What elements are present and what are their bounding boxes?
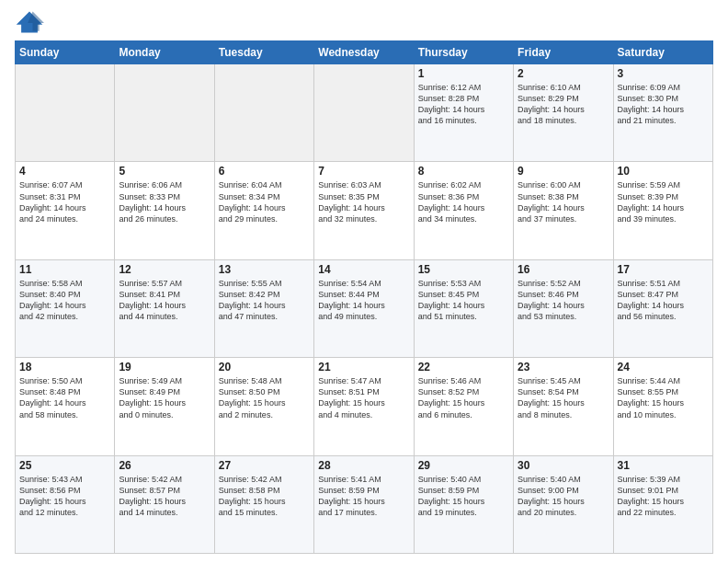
day-cell: 13Sunrise: 5:55 AM Sunset: 8:42 PM Dayli… bbox=[214, 259, 313, 357]
day-content: Sunrise: 5:48 AM Sunset: 8:50 PM Dayligh… bbox=[219, 375, 310, 420]
day-number: 15 bbox=[418, 263, 509, 276]
day-cell: 1Sunrise: 6:12 AM Sunset: 8:28 PM Daylig… bbox=[414, 64, 513, 162]
day-content: Sunrise: 6:00 AM Sunset: 8:38 PM Dayligh… bbox=[518, 179, 609, 224]
day-cell: 11Sunrise: 5:58 AM Sunset: 8:40 PM Dayli… bbox=[16, 259, 115, 357]
day-number: 26 bbox=[119, 459, 210, 472]
day-content: Sunrise: 5:51 AM Sunset: 8:47 PM Dayligh… bbox=[618, 278, 709, 323]
day-cell: 21Sunrise: 5:47 AM Sunset: 8:51 PM Dayli… bbox=[314, 358, 414, 455]
header-monday: Monday bbox=[115, 41, 214, 64]
day-cell: 17Sunrise: 5:51 AM Sunset: 8:47 PM Dayli… bbox=[613, 259, 712, 357]
calendar-body: 1Sunrise: 6:12 AM Sunset: 8:28 PM Daylig… bbox=[16, 64, 713, 554]
day-cell bbox=[314, 64, 414, 162]
day-number: 18 bbox=[19, 361, 110, 373]
day-number: 6 bbox=[219, 165, 310, 178]
header bbox=[15, 9, 713, 35]
day-cell: 23Sunrise: 5:45 AM Sunset: 8:54 PM Dayli… bbox=[514, 358, 613, 455]
day-number: 10 bbox=[618, 165, 709, 178]
day-cell bbox=[16, 64, 115, 162]
day-content: Sunrise: 5:52 AM Sunset: 8:46 PM Dayligh… bbox=[518, 278, 609, 323]
day-content: Sunrise: 6:03 AM Sunset: 8:35 PM Dayligh… bbox=[318, 179, 409, 224]
day-cell: 2Sunrise: 6:10 AM Sunset: 8:29 PM Daylig… bbox=[514, 64, 613, 162]
day-number: 20 bbox=[219, 361, 310, 373]
day-number: 21 bbox=[318, 361, 409, 373]
week-row-2: 11Sunrise: 5:58 AM Sunset: 8:40 PM Dayli… bbox=[16, 259, 713, 357]
day-cell: 18Sunrise: 5:50 AM Sunset: 8:48 PM Dayli… bbox=[16, 358, 115, 455]
day-cell: 30Sunrise: 5:40 AM Sunset: 9:00 PM Dayli… bbox=[514, 455, 613, 553]
day-content: Sunrise: 5:43 AM Sunset: 8:56 PM Dayligh… bbox=[19, 474, 110, 519]
day-content: Sunrise: 6:06 AM Sunset: 8:33 PM Dayligh… bbox=[119, 179, 210, 224]
day-number: 8 bbox=[418, 165, 509, 178]
day-content: Sunrise: 5:59 AM Sunset: 8:39 PM Dayligh… bbox=[618, 179, 709, 224]
day-number: 1 bbox=[418, 67, 509, 80]
day-cell: 26Sunrise: 5:42 AM Sunset: 8:57 PM Dayli… bbox=[115, 455, 214, 553]
day-cell: 8Sunrise: 6:02 AM Sunset: 8:36 PM Daylig… bbox=[414, 162, 513, 259]
day-number: 24 bbox=[618, 361, 709, 373]
day-number: 4 bbox=[19, 165, 110, 178]
day-number: 5 bbox=[119, 165, 210, 178]
day-cell: 3Sunrise: 6:09 AM Sunset: 8:30 PM Daylig… bbox=[613, 64, 712, 162]
calendar-table: Sunday Monday Tuesday Wednesday Thursday… bbox=[15, 40, 713, 554]
day-number: 13 bbox=[219, 263, 310, 276]
header-tuesday: Tuesday bbox=[214, 41, 313, 64]
day-number: 9 bbox=[518, 165, 609, 178]
day-cell: 10Sunrise: 5:59 AM Sunset: 8:39 PM Dayli… bbox=[613, 162, 712, 259]
day-cell: 25Sunrise: 5:43 AM Sunset: 8:56 PM Dayli… bbox=[16, 455, 115, 553]
week-row-0: 1Sunrise: 6:12 AM Sunset: 8:28 PM Daylig… bbox=[16, 64, 713, 162]
day-number: 28 bbox=[318, 459, 409, 472]
day-number: 23 bbox=[518, 361, 609, 373]
day-cell bbox=[115, 64, 214, 162]
day-content: Sunrise: 5:46 AM Sunset: 8:52 PM Dayligh… bbox=[418, 375, 509, 420]
day-content: Sunrise: 5:47 AM Sunset: 8:51 PM Dayligh… bbox=[318, 375, 409, 420]
day-cell: 22Sunrise: 5:46 AM Sunset: 8:52 PM Dayli… bbox=[414, 358, 513, 455]
day-cell: 20Sunrise: 5:48 AM Sunset: 8:50 PM Dayli… bbox=[214, 358, 313, 455]
day-content: Sunrise: 5:49 AM Sunset: 8:49 PM Dayligh… bbox=[119, 375, 210, 420]
day-content: Sunrise: 5:40 AM Sunset: 9:00 PM Dayligh… bbox=[518, 474, 609, 519]
day-cell: 4Sunrise: 6:07 AM Sunset: 8:31 PM Daylig… bbox=[16, 162, 115, 259]
day-number: 14 bbox=[318, 263, 409, 276]
day-content: Sunrise: 6:09 AM Sunset: 8:30 PM Dayligh… bbox=[618, 82, 709, 127]
day-content: Sunrise: 5:42 AM Sunset: 8:57 PM Dayligh… bbox=[119, 474, 210, 519]
day-cell: 7Sunrise: 6:03 AM Sunset: 8:35 PM Daylig… bbox=[314, 162, 414, 259]
day-content: Sunrise: 6:10 AM Sunset: 8:29 PM Dayligh… bbox=[518, 82, 609, 127]
header-wednesday: Wednesday bbox=[314, 41, 414, 64]
day-cell bbox=[214, 64, 313, 162]
day-content: Sunrise: 6:07 AM Sunset: 8:31 PM Dayligh… bbox=[19, 179, 110, 224]
header-row: Sunday Monday Tuesday Wednesday Thursday… bbox=[16, 41, 713, 64]
day-content: Sunrise: 5:45 AM Sunset: 8:54 PM Dayligh… bbox=[518, 375, 609, 420]
day-content: Sunrise: 6:12 AM Sunset: 8:28 PM Dayligh… bbox=[418, 82, 509, 127]
day-number: 25 bbox=[19, 459, 110, 472]
logo bbox=[15, 9, 48, 35]
day-number: 29 bbox=[418, 459, 509, 472]
day-cell: 12Sunrise: 5:57 AM Sunset: 8:41 PM Dayli… bbox=[115, 259, 214, 357]
day-number: 3 bbox=[618, 67, 709, 80]
day-content: Sunrise: 5:54 AM Sunset: 8:44 PM Dayligh… bbox=[318, 278, 409, 323]
day-cell: 31Sunrise: 5:39 AM Sunset: 9:01 PM Dayli… bbox=[613, 455, 712, 553]
day-cell: 29Sunrise: 5:40 AM Sunset: 8:59 PM Dayli… bbox=[414, 455, 513, 553]
day-number: 19 bbox=[119, 361, 210, 373]
day-content: Sunrise: 6:04 AM Sunset: 8:34 PM Dayligh… bbox=[219, 179, 310, 224]
day-cell: 15Sunrise: 5:53 AM Sunset: 8:45 PM Dayli… bbox=[414, 259, 513, 357]
day-cell: 27Sunrise: 5:42 AM Sunset: 8:58 PM Dayli… bbox=[214, 455, 313, 553]
logo-icon bbox=[15, 9, 44, 35]
day-content: Sunrise: 5:40 AM Sunset: 8:59 PM Dayligh… bbox=[418, 474, 509, 519]
day-cell: 9Sunrise: 6:00 AM Sunset: 8:38 PM Daylig… bbox=[514, 162, 613, 259]
day-content: Sunrise: 5:50 AM Sunset: 8:48 PM Dayligh… bbox=[19, 375, 110, 420]
day-content: Sunrise: 5:41 AM Sunset: 8:59 PM Dayligh… bbox=[318, 474, 409, 519]
day-number: 11 bbox=[19, 263, 110, 276]
header-friday: Friday bbox=[514, 41, 613, 64]
day-number: 2 bbox=[518, 67, 609, 80]
day-cell: 16Sunrise: 5:52 AM Sunset: 8:46 PM Dayli… bbox=[514, 259, 613, 357]
page: Sunday Monday Tuesday Wednesday Thursday… bbox=[0, 0, 728, 563]
day-number: 22 bbox=[418, 361, 509, 373]
day-number: 16 bbox=[518, 263, 609, 276]
day-number: 17 bbox=[618, 263, 709, 276]
day-number: 7 bbox=[318, 165, 409, 178]
day-number: 31 bbox=[618, 459, 709, 472]
week-row-1: 4Sunrise: 6:07 AM Sunset: 8:31 PM Daylig… bbox=[16, 162, 713, 259]
header-thursday: Thursday bbox=[414, 41, 513, 64]
day-cell: 5Sunrise: 6:06 AM Sunset: 8:33 PM Daylig… bbox=[115, 162, 214, 259]
header-sunday: Sunday bbox=[16, 41, 115, 64]
day-cell: 24Sunrise: 5:44 AM Sunset: 8:55 PM Dayli… bbox=[613, 358, 712, 455]
day-cell: 14Sunrise: 5:54 AM Sunset: 8:44 PM Dayli… bbox=[314, 259, 414, 357]
day-content: Sunrise: 5:44 AM Sunset: 8:55 PM Dayligh… bbox=[618, 375, 709, 420]
